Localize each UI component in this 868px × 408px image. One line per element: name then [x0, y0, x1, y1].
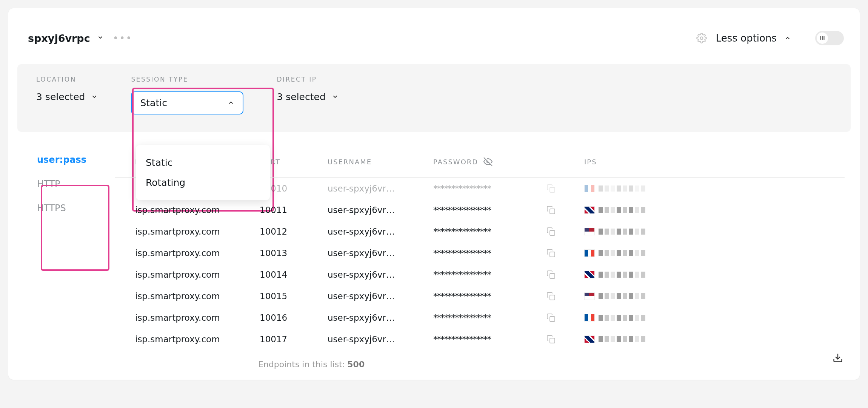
- cell-password: ****************: [433, 248, 546, 258]
- cell-username: user-spxyj6vr…: [328, 205, 433, 215]
- cell-port: 10017: [260, 334, 328, 344]
- svg-rect-8: [550, 338, 555, 343]
- cell-ips: [584, 335, 690, 343]
- cell-ips: [584, 206, 690, 214]
- cell-username: user-spxyj6vr…: [328, 313, 433, 323]
- table-row: isp.smartproxy.com10015user-spxyj6vr…***…: [115, 285, 845, 307]
- session-type-select[interactable]: Static: [131, 91, 243, 114]
- table-row: isp.smartproxy.com10011user-spxyj6vr…***…: [115, 199, 845, 221]
- copy-row-button[interactable]: [546, 270, 584, 279]
- column-toggle[interactable]: III: [815, 31, 844, 45]
- cell-port: 10016: [260, 313, 328, 323]
- tab-http[interactable]: HTTP: [37, 179, 115, 189]
- copy-row-button[interactable]: [546, 227, 584, 236]
- location-filter-label: LOCATION: [36, 76, 98, 83]
- cell-ips: [584, 249, 690, 257]
- auth-tabs: user:pass HTTP HTTPS: [37, 155, 115, 369]
- ip-blurred: [599, 250, 645, 256]
- direct-ip-filter-label: DIRECT IP: [277, 76, 338, 83]
- session-type-value: Static: [140, 97, 167, 108]
- flag-icon: [584, 271, 595, 278]
- cell-port: 10012: [260, 227, 328, 236]
- cell-username: user-spxyj6vr…: [328, 248, 433, 258]
- cell-password: ****************: [433, 291, 546, 301]
- cell-endpoint: isp.smartproxy.com: [135, 334, 260, 344]
- cell-endpoint: isp.smartproxy.com: [135, 313, 260, 323]
- cell-password: ****************: [433, 270, 546, 280]
- filter-bar: LOCATION 3 selected SESSION TYPE Static …: [17, 64, 851, 132]
- col-port: PORT: [260, 158, 328, 166]
- tab-https[interactable]: HTTPS: [37, 203, 115, 213]
- location-filter: LOCATION 3 selected: [36, 76, 98, 114]
- table-row: isp.smartproxy.com10017user-spxyj6vr…***…: [115, 328, 845, 350]
- flag-icon: [584, 249, 595, 257]
- location-select[interactable]: 3 selected: [36, 91, 98, 102]
- cell-endpoint: isp.smartproxy.com: [135, 270, 260, 280]
- svg-rect-3: [550, 230, 555, 235]
- svg-rect-2: [550, 209, 555, 214]
- ip-blurred: [599, 207, 645, 213]
- svg-rect-1: [550, 187, 555, 192]
- cell-username: user-spxyj6vr…: [328, 270, 433, 280]
- session-type-option-static[interactable]: Static: [136, 153, 270, 173]
- table-row: isp.smartproxy.com10013user-spxyj6vr…***…: [115, 242, 845, 264]
- cell-password: ****************: [433, 313, 546, 323]
- copy-row-button[interactable]: [546, 249, 584, 258]
- cell-endpoint: isp.smartproxy.com: [135, 205, 260, 215]
- download-button[interactable]: [833, 352, 843, 363]
- cell-password: ****************: [433, 205, 546, 215]
- session-type-filter-label: SESSION TYPE: [131, 76, 243, 83]
- cell-username: user-spxyj6vr…: [328, 334, 433, 344]
- copy-row-button[interactable]: [546, 184, 584, 193]
- cell-username: user-spxyj6vr…: [328, 291, 433, 301]
- cell-port: 10013: [260, 248, 328, 258]
- cell-password: ****************: [433, 184, 546, 193]
- chevron-down-icon: [97, 34, 104, 42]
- copy-row-button[interactable]: [546, 292, 584, 301]
- cell-port: 10015: [260, 291, 328, 301]
- cell-port: 10011: [260, 205, 328, 215]
- cell-username: user-spxyj6vr…: [328, 227, 433, 236]
- ip-blurred: [599, 229, 645, 235]
- gear-icon[interactable]: [696, 33, 707, 43]
- session-type-option-rotating[interactable]: Rotating: [136, 173, 270, 193]
- cell-password: ****************: [433, 227, 546, 236]
- less-options-toggle[interactable]: Less options: [716, 32, 791, 44]
- svg-point-0: [700, 37, 703, 40]
- eye-off-icon[interactable]: [483, 157, 492, 166]
- table-row: isp.smartproxy.com10016user-spxyj6vr…***…: [115, 307, 845, 328]
- direct-ip-filter: DIRECT IP 3 selected: [277, 76, 338, 114]
- copy-row-button[interactable]: [546, 313, 584, 322]
- copy-row-button[interactable]: [546, 335, 584, 344]
- flag-icon: [584, 228, 595, 235]
- tab-userpass[interactable]: user:pass: [37, 155, 115, 165]
- cell-endpoint: isp.smartproxy.com: [135, 291, 260, 301]
- location-value: 3 selected: [36, 91, 85, 102]
- cell-ips: [584, 292, 690, 300]
- project-selector[interactable]: spxyj6vrpc: [28, 32, 104, 44]
- col-password: PASSWORD: [433, 157, 546, 166]
- session-type-dropdown: Static Rotating: [136, 145, 270, 200]
- ip-blurred: [599, 185, 645, 192]
- endpoints-count-value: 500: [347, 360, 365, 369]
- columns-icon: III: [820, 36, 825, 41]
- cell-endpoint: isp.smartproxy.com: [135, 227, 260, 236]
- col-ips: IPS: [584, 158, 690, 166]
- cell-endpoint: isp.smartproxy.com: [135, 248, 260, 258]
- svg-rect-5: [550, 274, 555, 278]
- less-options-label: Less options: [716, 32, 777, 44]
- svg-rect-6: [550, 295, 555, 300]
- table-footer: Endpoints in this list: 500: [115, 350, 845, 369]
- cell-ips: [584, 314, 690, 321]
- flag-icon: [584, 314, 595, 321]
- chevron-down-icon: [332, 91, 339, 102]
- copy-row-button[interactable]: [546, 206, 584, 215]
- more-menu-button[interactable]: •••: [113, 32, 132, 44]
- direct-ip-select[interactable]: 3 selected: [277, 91, 338, 102]
- col-password-label: PASSWORD: [433, 158, 478, 166]
- endpoints-count-label: Endpoints in this list:: [258, 360, 345, 369]
- cell-port: 10010: [260, 184, 328, 193]
- flag-icon: [584, 335, 595, 343]
- flag-icon: [584, 206, 595, 214]
- cell-port: 10014: [260, 270, 328, 280]
